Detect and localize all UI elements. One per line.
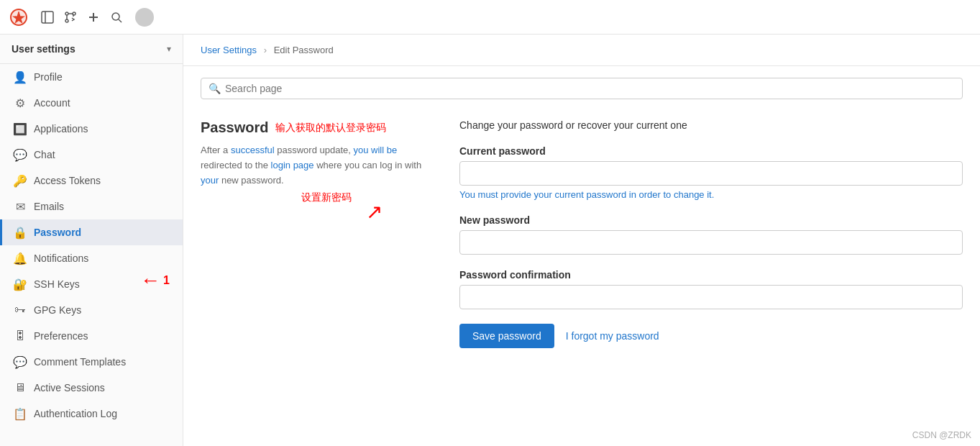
sidebar-label-account: Account (34, 97, 70, 109)
content-area: Password 输入获取的默认登录密码 After a successful … (183, 105, 980, 363)
search-input-wrap[interactable]: 🔍 (201, 78, 963, 99)
new-password-annotation: 设置新密码 ↗ (344, 199, 383, 220)
current-password-input[interactable] (459, 161, 963, 186)
watermark: CSDN @ZRDK (912, 430, 971, 440)
sidebar-label-active-sessions: Active Sessions (34, 382, 105, 393)
forgot-password-link[interactable]: I forgot my password (566, 330, 659, 342)
avatar[interactable] (135, 8, 154, 27)
sidebar-item-gpg-keys[interactable]: 🗝 GPG Keys (0, 297, 183, 323)
desc-link-successful[interactable]: successful (231, 145, 275, 155)
desc-link-login[interactable]: login page (271, 160, 314, 170)
svg-point-5 (65, 19, 68, 22)
sidebar-item-emails[interactable]: ✉ Emails (0, 194, 183, 219)
sidebar-label-notifications: Notifications (34, 252, 88, 264)
sidebar: User settings ▾ 👤 Profile ⚙ Account 🔲 Ap… (0, 35, 183, 446)
current-password-hint: You must provide your current password i… (459, 189, 963, 200)
svg-point-8 (112, 13, 119, 20)
ssh-keys-icon: 🔐 (14, 278, 27, 291)
sidebar-label-chat: Chat (34, 149, 55, 160)
sidebar-label-profile: Profile (34, 71, 63, 83)
confirm-password-group: Password confirmation (459, 269, 963, 309)
sidebar-item-access-tokens[interactable]: 🔑 Access Tokens (0, 168, 183, 194)
sidebar-label-gpg-keys: GPG Keys (34, 304, 81, 316)
access-tokens-icon: 🔑 (14, 174, 27, 187)
left-column: Password 输入获取的默认登录密码 After a successful … (201, 119, 431, 348)
right-column: Change your password or recover your cur… (459, 119, 963, 348)
sidebar-item-active-sessions[interactable]: 🖥 Active Sessions (0, 375, 183, 401)
new-password-input[interactable] (459, 230, 963, 255)
sidebar-item-comment-templates[interactable]: 💬 Comment Templates (0, 349, 183, 375)
right-arrow-up-icon: ↗ (366, 204, 383, 220)
emails-icon: ✉ (14, 200, 27, 213)
sidebar-item-chat[interactable]: 💬 Chat (0, 142, 183, 168)
active-sessions-icon: 🖥 (14, 381, 27, 394)
sidebar-header[interactable]: User settings ▾ (0, 35, 183, 64)
notifications-icon: 🔔 (14, 252, 27, 265)
app-logo[interactable] (9, 7, 29, 27)
search-input[interactable] (225, 83, 955, 94)
annotation-chinese-title: 输入获取的默认登录密码 (275, 122, 386, 135)
applications-icon: 🔲 (14, 122, 27, 135)
sidebar-item-preferences[interactable]: 🎛 Preferences (0, 323, 183, 349)
sidebar-label-access-tokens: Access Tokens (34, 175, 101, 186)
password-icon: 🔒 (14, 226, 27, 239)
breadcrumb: User Settings › Edit Password (183, 35, 980, 66)
main-content: User Settings › Edit Password 🔍 Password (183, 35, 980, 446)
profile-icon: 👤 (14, 70, 27, 83)
sidebar-label-authentication-log: Authentication Log (34, 408, 117, 419)
top-bar (0, 0, 980, 35)
confirm-password-input[interactable] (459, 285, 963, 309)
sidebar-nav: 👤 Profile ⚙ Account 🔲 Applications 💬 Cha… (0, 64, 183, 427)
merge-request-icon[interactable] (63, 10, 78, 24)
sidebar-label-comment-templates: Comment Templates (34, 356, 126, 368)
save-password-button[interactable]: Save password (459, 324, 554, 348)
top-bar-icons (40, 8, 154, 27)
add-icon[interactable] (86, 10, 101, 24)
sidebar-item-notifications[interactable]: 🔔 Notifications (0, 245, 183, 271)
content-grid: Password 输入获取的默认登录密码 After a successful … (201, 119, 963, 348)
page-title: Password 输入获取的默认登录密码 (201, 119, 431, 136)
sidebar-item-authentication-log[interactable]: 📋 Authentication Log (0, 401, 183, 427)
sidebar-label-preferences: Preferences (34, 330, 88, 342)
current-password-label: Current password (459, 145, 963, 157)
sidebar-toggle-icon[interactable] (40, 10, 55, 24)
search-top-icon[interactable] (109, 10, 124, 24)
breadcrumb-parent[interactable]: User Settings (201, 45, 257, 55)
sidebar-item-account[interactable]: ⚙ Account (0, 90, 183, 116)
sidebar-label-ssh-keys: SSH Keys (34, 278, 80, 290)
description-text: After a successful password update, you … (201, 143, 431, 188)
sidebar-label-applications: Applications (34, 123, 88, 135)
svg-rect-1 (42, 12, 53, 23)
svg-line-9 (119, 19, 122, 22)
current-password-group: Current password You must provide your c… (459, 145, 963, 200)
annotation-chinese-new: 设置新密码 (301, 191, 383, 204)
account-icon: ⚙ (14, 96, 27, 109)
new-password-group: New password (459, 214, 963, 255)
sidebar-item-applications[interactable]: 🔲 Applications (0, 116, 183, 142)
section-description: Change your password or recover your cur… (459, 119, 963, 131)
chat-icon: 💬 (14, 148, 27, 161)
breadcrumb-separator: › (264, 45, 267, 55)
desc-link-you[interactable]: you will be (353, 145, 397, 155)
sidebar-item-password[interactable]: 🔒 Password (0, 219, 183, 245)
search-bar: 🔍 (183, 66, 980, 105)
sidebar-label-emails: Emails (34, 201, 64, 212)
sidebar-item-profile[interactable]: 👤 Profile (0, 64, 183, 90)
svg-point-3 (65, 12, 68, 15)
preferences-icon: 🎛 (14, 329, 27, 342)
breadcrumb-current: Edit Password (274, 45, 334, 55)
authentication-log-icon: 📋 (14, 407, 27, 420)
new-password-label: New password (459, 214, 963, 226)
confirm-password-label: Password confirmation (459, 269, 963, 281)
desc-link-your[interactable]: your (201, 175, 219, 186)
sidebar-item-ssh-keys[interactable]: 🔐 SSH Keys (0, 271, 183, 297)
sidebar-header-title: User settings (12, 43, 75, 55)
sidebar-label-password: Password (34, 227, 81, 238)
comment-templates-icon: 💬 (14, 355, 27, 368)
search-icon: 🔍 (209, 83, 221, 94)
form-actions: Save password I forgot my password (459, 324, 963, 348)
chevron-down-icon: ▾ (167, 44, 171, 54)
gpg-keys-icon: 🗝 (14, 304, 27, 317)
